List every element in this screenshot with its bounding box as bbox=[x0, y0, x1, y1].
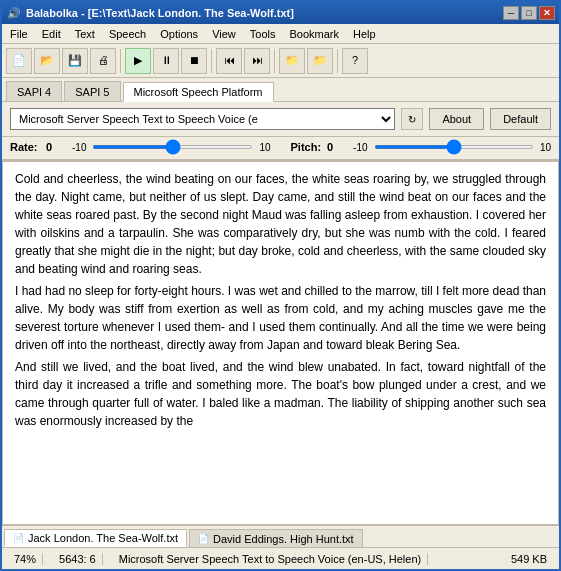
fastforward-icon: ⏭ bbox=[252, 55, 263, 66]
toolbar-sep-3 bbox=[274, 49, 275, 73]
toolbar: 📄 📂 💾 🖨 ▶ ⏸ ⏹ ⏮ ⏭ 📁 📁 ? bbox=[2, 44, 559, 78]
status-position: 5643: 6 bbox=[53, 553, 103, 565]
pause-button[interactable]: ⏸ bbox=[153, 48, 179, 74]
menu-options[interactable]: Options bbox=[154, 26, 204, 42]
pitch-slider[interactable] bbox=[374, 145, 534, 149]
menu-help[interactable]: Help bbox=[347, 26, 382, 42]
doc-tab-highhunt-icon: 📄 bbox=[198, 534, 209, 544]
folder1-icon: 📁 bbox=[285, 55, 299, 66]
doc-tab-seawolf-label: Jack London. The Sea-Wolf.txt bbox=[28, 532, 178, 544]
menu-edit[interactable]: Edit bbox=[36, 26, 67, 42]
status-file-size: 549 KB bbox=[505, 553, 553, 565]
save-icon: 💾 bbox=[68, 55, 82, 66]
print-icon: 🖨 bbox=[98, 55, 109, 66]
text-paragraph-1: Cold and cheerless, the wind beating on … bbox=[15, 170, 546, 278]
pitch-value: 0 bbox=[327, 141, 347, 153]
toolbar-sep-2 bbox=[211, 49, 212, 73]
pitch-label: Pitch: bbox=[291, 141, 322, 153]
doc-tab-highhunt[interactable]: 📄 David Eddings. High Hunt.txt bbox=[189, 529, 363, 547]
rate-slider[interactable] bbox=[92, 145, 253, 149]
menu-bar: File Edit Text Speech Options View Tools… bbox=[2, 24, 559, 44]
menu-file[interactable]: File bbox=[4, 26, 34, 42]
toolbar-sep-1 bbox=[120, 49, 121, 73]
rewind-button[interactable]: ⏮ bbox=[216, 48, 242, 74]
rate-min: -10 bbox=[72, 142, 86, 153]
status-zoom: 74% bbox=[8, 553, 43, 565]
fastforward-button[interactable]: ⏭ bbox=[244, 48, 270, 74]
minimize-button[interactable]: ─ bbox=[503, 6, 519, 20]
menu-speech[interactable]: Speech bbox=[103, 26, 152, 42]
menu-tools[interactable]: Tools bbox=[244, 26, 282, 42]
about-button[interactable]: About bbox=[429, 108, 484, 130]
sapi-tab-bar: SAPI 4 SAPI 5 Microsoft Speech Platform bbox=[2, 78, 559, 102]
menu-text[interactable]: Text bbox=[69, 26, 101, 42]
open-icon: 📂 bbox=[40, 55, 54, 66]
status-bar: 74% 5643: 6 Microsoft Server Speech Text… bbox=[2, 547, 559, 569]
doc-tab-highhunt-label: David Eddings. High Hunt.txt bbox=[213, 533, 354, 545]
pitch-min: -10 bbox=[353, 142, 367, 153]
refresh-button[interactable]: ↻ bbox=[401, 108, 423, 130]
title-bar-left: 🔊 Balabolka - [E:\Text\Jack London. The … bbox=[6, 5, 294, 21]
menu-bookmark[interactable]: Bookmark bbox=[283, 26, 345, 42]
doc-tab-seawolf[interactable]: 📄 Jack London. The Sea-Wolf.txt bbox=[4, 529, 187, 547]
tab-microsoft-speech[interactable]: Microsoft Speech Platform bbox=[123, 82, 274, 102]
close-button[interactable]: ✕ bbox=[539, 6, 555, 20]
print-button[interactable]: 🖨 bbox=[90, 48, 116, 74]
app-icon: 🔊 bbox=[6, 5, 22, 21]
play-icon: ▶ bbox=[134, 55, 142, 66]
rate-label: Rate: bbox=[10, 141, 40, 153]
folder1-button[interactable]: 📁 bbox=[279, 48, 305, 74]
rewind-icon: ⏮ bbox=[224, 55, 235, 66]
folder2-button[interactable]: 📁 bbox=[307, 48, 333, 74]
text-paragraph-3: And still we lived, and the boat lived, … bbox=[15, 358, 546, 430]
help-button[interactable]: ? bbox=[342, 48, 368, 74]
new-icon: 📄 bbox=[12, 55, 26, 66]
title-bar: 🔊 Balabolka - [E:\Text\Jack London. The … bbox=[2, 2, 559, 24]
stop-icon: ⏹ bbox=[189, 55, 200, 66]
pause-icon: ⏸ bbox=[161, 55, 172, 66]
voice-select[interactable]: Microsoft Server Speech Text to Speech V… bbox=[10, 108, 395, 130]
pitch-slider-group: Pitch: 0 -10 10 bbox=[291, 141, 552, 153]
stop-button[interactable]: ⏹ bbox=[181, 48, 207, 74]
tab-sapi5[interactable]: SAPI 5 bbox=[64, 81, 120, 101]
doc-tab-seawolf-icon: 📄 bbox=[13, 533, 24, 543]
maximize-button[interactable]: □ bbox=[521, 6, 537, 20]
toolbar-sep-4 bbox=[337, 49, 338, 73]
status-voice-name: Microsoft Server Speech Text to Speech V… bbox=[113, 553, 428, 565]
save-button[interactable]: 💾 bbox=[62, 48, 88, 74]
text-display[interactable]: Cold and cheerless, the wind beating on … bbox=[2, 161, 559, 525]
pitch-max: 10 bbox=[540, 142, 551, 153]
rate-value: 0 bbox=[46, 141, 66, 153]
help-icon: ? bbox=[352, 55, 358, 66]
text-paragraph-2: I had had no sleep for forty-eight hours… bbox=[15, 282, 546, 354]
new-button[interactable]: 📄 bbox=[6, 48, 32, 74]
main-window: 🔊 Balabolka - [E:\Text\Jack London. The … bbox=[0, 0, 561, 571]
rate-max: 10 bbox=[259, 142, 270, 153]
default-button[interactable]: Default bbox=[490, 108, 551, 130]
play-button[interactable]: ▶ bbox=[125, 48, 151, 74]
folder2-icon: 📁 bbox=[313, 55, 327, 66]
tab-sapi4[interactable]: SAPI 4 bbox=[6, 81, 62, 101]
sliders-area: Rate: 0 -10 10 Pitch: 0 -10 10 bbox=[2, 137, 559, 161]
rate-slider-group: Rate: 0 -10 10 bbox=[10, 141, 271, 153]
refresh-icon: ↻ bbox=[408, 114, 416, 125]
document-tab-bar: 📄 Jack London. The Sea-Wolf.txt 📄 David … bbox=[2, 525, 559, 547]
open-button[interactable]: 📂 bbox=[34, 48, 60, 74]
window-title: Balabolka - [E:\Text\Jack London. The Se… bbox=[26, 7, 294, 19]
voice-area: Microsoft Server Speech Text to Speech V… bbox=[2, 102, 559, 137]
title-controls: ─ □ ✕ bbox=[503, 6, 555, 20]
menu-view[interactable]: View bbox=[206, 26, 242, 42]
